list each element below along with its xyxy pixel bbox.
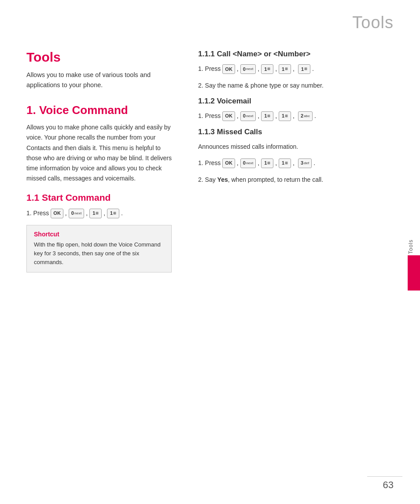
left-column: Tools Allows you to make use of various … [0, 45, 185, 281]
voice-command-body: Allows you to make phone calls quickly a… [26, 122, 172, 184]
side-tab [408, 255, 420, 291]
key-1b-111: 1⊞ [279, 64, 291, 74]
shortcut-text: With the flip open, hold down the Voice … [34, 240, 164, 267]
section-111-title: 1.1.1 Call <Name> or <Number> [198, 50, 374, 59]
say-yes-line: 2. Say Yes, when prompted, to return the… [198, 175, 374, 185]
key-1c-111: 1⊞ [298, 64, 310, 74]
say-111: 2. Say the name & phone type or say numb… [198, 81, 374, 91]
content-wrapper: Tools Allows you to make use of various … [0, 37, 420, 281]
page-header: Tools [0, 0, 420, 37]
header-title: Tools [352, 13, 394, 32]
shortcut-box: Shortcut With the flip open, hold down t… [26, 225, 172, 272]
press-prefix-113: 1. Press [198, 158, 221, 169]
main-section-title: Tools [26, 50, 172, 65]
key-1a-112: 1⊞ [261, 111, 273, 121]
key-1b-112: 1⊞ [279, 111, 291, 121]
announce-text: Announces missed calls information. [198, 142, 374, 152]
press-line-112: 1. Press OK , 0next , 1⊞ , 1⊞ , 2abc . [198, 111, 374, 121]
key-1b-1: 1⊞ [107, 209, 119, 218]
press-prefix-111: 1. Press [198, 64, 221, 74]
key-1b-113: 1⊞ [279, 158, 291, 168]
press-prefix-1: 1. Press [26, 208, 49, 219]
key-1a-111: 1⊞ [261, 64, 273, 74]
key-ok-1: OK [51, 209, 63, 218]
key-1a-113: 1⊞ [261, 158, 273, 168]
key-1a-1: 1⊞ [89, 209, 102, 218]
key-ok-112: OK [222, 111, 235, 121]
say-suffix: , when prompted, to return the call. [228, 176, 323, 183]
say-yes-bold: Yes [217, 176, 228, 183]
key-2abc-112: 2abc [298, 111, 313, 121]
section-113-title: 1.1.3 Missed Calls [198, 128, 374, 136]
key-0next-1: 0next [69, 209, 85, 218]
shortcut-label: Shortcut [34, 231, 164, 238]
key-0next-113: 0next [240, 158, 256, 168]
right-column: 1.1.1 Call <Name> or <Number> 1. Press O… [185, 45, 396, 281]
key-ok-111: OK [222, 64, 235, 74]
start-command-press-line: 1. Press OK , 0next , 1⊞ , 1⊞ . [26, 208, 172, 219]
press-prefix-112: 1. Press [198, 111, 221, 121]
page-number: 63 [383, 479, 394, 491]
start-command-title: 1.1 Start Command [26, 192, 172, 203]
section-112-title: 1.1.2 Voicemail [198, 97, 374, 106]
key-0next-112: 0next [240, 111, 256, 121]
intro-text: Allows you to make use of various tools … [26, 70, 172, 90]
page-rule [367, 476, 402, 477]
press-line-113: 1. Press OK , 0next , 1⊞ , 1⊞ , 3def . [198, 158, 374, 169]
voice-command-title: 1. Voice Command [26, 103, 172, 117]
press-line-111: 1. Press OK , 0next , 1⊞ , 1⊞ , 1⊞ . [198, 64, 374, 74]
key-3def-113: 3def [298, 158, 312, 168]
side-tab-label: Tools [408, 238, 420, 256]
say-prefix: 2. Say [198, 176, 216, 183]
key-0next-111: 0next [240, 64, 256, 74]
key-ok-113: OK [222, 158, 235, 168]
